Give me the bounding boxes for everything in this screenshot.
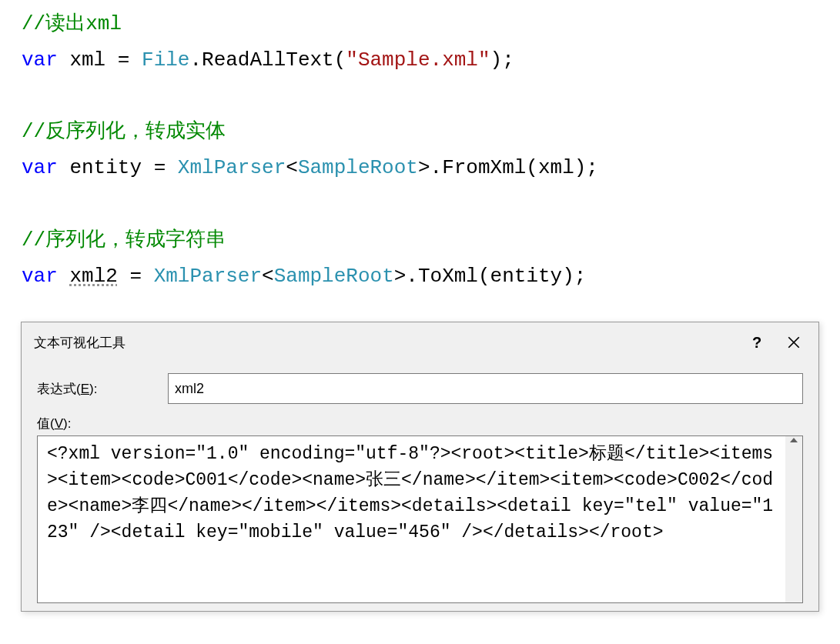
code-text: < [262, 265, 274, 288]
keyword: var [22, 48, 58, 72]
code-line [22, 186, 818, 222]
code-text: . [189, 48, 202, 72]
type-name: XmlParser [154, 265, 262, 288]
code-text: ); [490, 48, 514, 72]
value-row: 值(V): [37, 415, 803, 432]
code-text: > [418, 156, 430, 179]
method-name: ToXml [418, 265, 478, 288]
dialog-body: 表达式(E): 值(V): <?xml version="1.0" encodi… [22, 362, 818, 611]
code-text: . [406, 265, 418, 288]
code-text: entity = [58, 156, 178, 179]
dialog-titlebar[interactable]: 文本可视化工具 ? [22, 322, 818, 362]
variable-name: xml2 [69, 265, 117, 288]
code-line [22, 78, 818, 115]
text-visualizer-dialog: 文本可视化工具 ? 表达式(E): 值(V): <?xml version="1… [21, 322, 819, 612]
code-editor[interactable]: //读出xml var xml = File.ReadAllText("Samp… [0, 0, 840, 300]
help-button[interactable]: ? [738, 330, 775, 355]
keyword: var [22, 265, 58, 288]
close-button[interactable] [775, 330, 812, 355]
code-line: //读出xml [22, 6, 818, 42]
code-line: //序列化，转成字符串 [22, 222, 818, 259]
method-name: FromXml [442, 156, 526, 179]
expression-row: 表达式(E): [37, 373, 803, 404]
code-text: ( [334, 48, 346, 72]
code-text: = [118, 265, 154, 288]
code-text: xml = [58, 48, 142, 72]
code-line: var entity = XmlParser<SampleRoot>.FromX… [22, 150, 818, 186]
help-icon: ? [752, 334, 761, 352]
code-line: var xml = File.ReadAllText("Sample.xml")… [22, 42, 818, 78]
scroll-up-icon [790, 438, 798, 442]
code-text: . [430, 156, 443, 179]
comment: //读出xml [22, 12, 122, 35]
comment: //反序列化，转成实体 [22, 120, 226, 143]
type-name: SampleRoot [274, 265, 394, 288]
value-container: <?xml version="1.0" encoding="utf-8"?><r… [37, 435, 803, 603]
code-text: (xml); [526, 156, 598, 179]
code-line: //反序列化，转成实体 [22, 114, 818, 150]
code-text [58, 265, 70, 288]
code-line: var xml2 = XmlParser<SampleRoot>.ToXml(e… [22, 259, 818, 295]
keyword: var [22, 156, 58, 179]
dialog-title: 文本可视化工具 [34, 334, 738, 352]
type-name: File [142, 48, 189, 72]
code-text: < [286, 156, 298, 179]
comment: //序列化，转成字符串 [22, 229, 226, 252]
type-name: SampleRoot [298, 156, 418, 179]
scrollbar[interactable] [785, 436, 802, 602]
expression-label: 表达式(E): [37, 380, 168, 398]
value-textarea[interactable]: <?xml version="1.0" encoding="utf-8"?><r… [38, 436, 785, 602]
code-text: > [394, 265, 407, 288]
code-text: (entity); [478, 265, 586, 288]
value-label: 值(V): [37, 415, 168, 432]
close-icon [787, 335, 801, 349]
type-name: XmlParser [178, 156, 286, 179]
string-literal: "Sample.xml" [346, 48, 490, 72]
method-name: ReadAllText [202, 48, 334, 72]
expression-input[interactable] [168, 373, 803, 404]
